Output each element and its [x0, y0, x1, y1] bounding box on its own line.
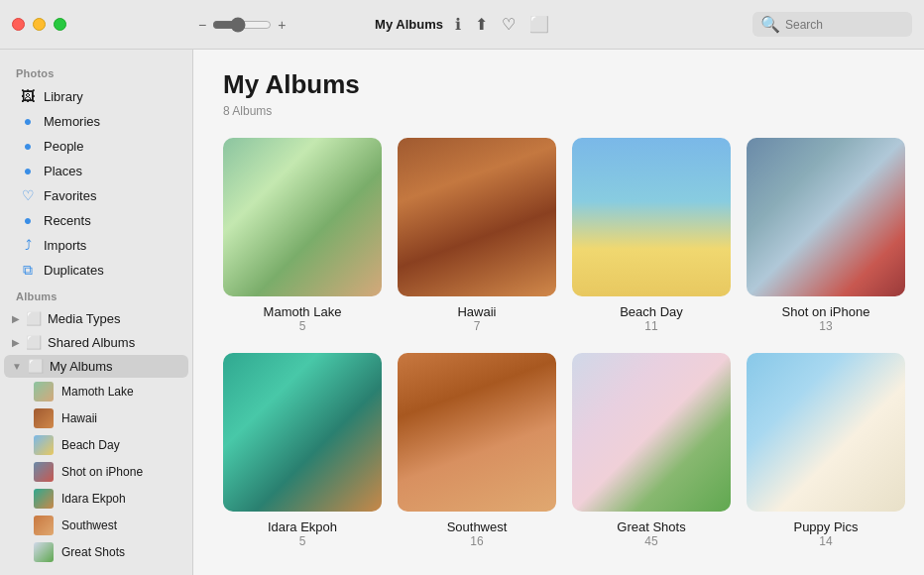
sidebar-item-label: Memories: [44, 114, 100, 129]
album-count: 13: [819, 319, 832, 333]
sidebar-subitem-southwest[interactable]: Southwest: [4, 513, 188, 538]
titlebar-icons: ℹ ⬆ ♡ ⬜: [455, 15, 549, 34]
sidebar-subitem-label: Southwest: [61, 518, 117, 532]
album-card-mamoth-lake[interactable]: Mamoth Lake 5: [223, 138, 382, 333]
sidebar-item-label: Library: [44, 89, 83, 104]
sidebar-subitem-label: Beach Day: [61, 438, 120, 452]
my-albums-icon: ⬜: [28, 359, 44, 374]
sidebar-subitem-hawaii[interactable]: Hawaii: [4, 405, 188, 431]
sidebar-subitem-label: Mamoth Lake: [61, 385, 134, 399]
app-body: Photos 🖼 Library ● Memories ● People ● P…: [0, 50, 924, 575]
sidebar-subitem-label: Great Shots: [61, 545, 125, 559]
album-thumbnail: [34, 489, 54, 509]
sidebar-item-label: Duplicates: [44, 263, 104, 278]
album-thumbnail: [223, 138, 382, 296]
search-area: 🔍: [752, 12, 912, 37]
album-card-hawaii[interactable]: Hawaii 7: [398, 138, 556, 333]
info-icon[interactable]: ℹ: [455, 15, 461, 34]
sidebar-group-label: My Albums: [50, 359, 113, 374]
sidebar-subitem-mamoth-lake[interactable]: Mamoth Lake: [4, 379, 188, 404]
sidebar-group-label: Shared Albums: [48, 335, 135, 350]
chevron-down-icon: ▼: [12, 361, 22, 372]
sidebar-subitem-label: Idara Ekpoh: [61, 492, 126, 506]
album-thumbnail: [398, 138, 556, 296]
album-count: 7: [474, 319, 481, 333]
sidebar-item-memories[interactable]: ● Memories: [4, 109, 188, 133]
sidebar-subitem-shot-on-iphone[interactable]: Shot on iPhone: [4, 459, 188, 485]
album-count-label: 8 Albums: [223, 104, 894, 118]
sidebar-group-label: Media Types: [48, 311, 120, 326]
album-card-great-shots[interactable]: Great Shots 45: [572, 353, 731, 548]
album-thumbnail: [34, 516, 54, 535]
album-card-southwest[interactable]: Southwest 16: [398, 353, 556, 548]
zoom-control: − +: [198, 17, 286, 33]
zoom-in-button[interactable]: +: [278, 17, 286, 33]
search-box[interactable]: 🔍: [752, 12, 912, 37]
zoom-slider[interactable]: [212, 17, 272, 33]
memories-icon: ●: [20, 113, 36, 129]
imports-icon: ⤴: [20, 237, 36, 253]
album-thumbnail: [572, 353, 731, 512]
album-count: 14: [819, 534, 832, 548]
album-thumbnail: [34, 542, 54, 562]
duplicates-icon: ⧉: [20, 262, 36, 278]
share-icon[interactable]: ⬆: [475, 15, 488, 34]
sidebar-group-shared-albums[interactable]: ▶ ⬜ Shared Albums: [4, 331, 188, 354]
titlebar: − + My Albums ℹ ⬆ ♡ ⬜ 🔍: [0, 0, 924, 50]
library-icon: 🖼: [20, 88, 36, 104]
album-name: Hawaii: [457, 304, 496, 319]
main-content: My Albums 8 Albums Mamoth Lake 5 Hawaii …: [193, 50, 924, 575]
sidebar-item-library[interactable]: 🖼 Library: [4, 84, 188, 108]
media-types-icon: ⬜: [26, 311, 42, 326]
album-thumbnail: [747, 353, 905, 512]
traffic-lights: [12, 18, 66, 31]
photos-section-label: Photos: [0, 59, 192, 83]
sidebar-subitem-beach-day[interactable]: Beach Day: [4, 432, 188, 458]
slideshow-icon[interactable]: ⬜: [529, 15, 549, 34]
album-card-puppy-pics[interactable]: Puppy Pics 14: [747, 353, 905, 548]
sidebar-item-label: Favorites: [44, 188, 96, 203]
sidebar-item-favorites[interactable]: ♡ Favorites: [4, 183, 188, 207]
albums-grid: Mamoth Lake 5 Hawaii 7 Beach Day 11 Shot…: [223, 138, 894, 548]
sidebar-item-label: Imports: [44, 238, 86, 253]
albums-section-label: Albums: [0, 283, 192, 306]
album-thumbnail: [34, 462, 54, 482]
sidebar-item-duplicates[interactable]: ⧉ Duplicates: [4, 258, 188, 282]
album-card-shot-on-iphone[interactable]: Shot on iPhone 13: [747, 138, 905, 333]
sidebar-group-my-albums[interactable]: ▼ ⬜ My Albums: [4, 355, 188, 378]
maximize-button[interactable]: [54, 18, 66, 31]
recents-icon: ●: [20, 212, 36, 228]
people-icon: ●: [20, 138, 36, 154]
sidebar-item-people[interactable]: ● People: [4, 134, 188, 158]
search-input[interactable]: [785, 18, 904, 32]
album-name: Puppy Pics: [793, 519, 858, 534]
album-thumbnail: [223, 353, 382, 512]
places-icon: ●: [20, 163, 36, 178]
sidebar-subitem-idara-ekpoh[interactable]: Idara Ekpoh: [4, 486, 188, 512]
album-thumbnail: [747, 138, 905, 296]
shared-albums-icon: ⬜: [26, 335, 42, 350]
album-card-beach-day[interactable]: Beach Day 11: [572, 138, 731, 333]
album-card-idara-ekpoh[interactable]: Idara Ekpoh 5: [223, 353, 382, 548]
album-thumbnail: [398, 353, 556, 512]
sidebar-item-imports[interactable]: ⤴ Imports: [4, 233, 188, 257]
sidebar-item-label: People: [44, 139, 83, 154]
close-button[interactable]: [12, 18, 25, 31]
album-count: 5: [299, 534, 306, 548]
minimize-button[interactable]: [33, 18, 46, 31]
album-name: Shot on iPhone: [782, 304, 870, 319]
sidebar-subitem-label: Shot on iPhone: [61, 465, 143, 479]
sidebar-subitem-great-shots[interactable]: Great Shots: [4, 539, 188, 565]
album-count: 11: [644, 319, 657, 333]
album-name: Idara Ekpoh: [268, 519, 337, 534]
album-name: Southwest: [447, 519, 508, 534]
sidebar-group-media-types[interactable]: ▶ ⬜ Media Types: [4, 307, 188, 330]
sidebar-subitem-label: Hawaii: [61, 411, 97, 425]
zoom-out-button[interactable]: −: [198, 17, 206, 33]
album-name: Great Shots: [617, 519, 685, 534]
chevron-right-icon: ▶: [12, 337, 20, 348]
sidebar-item-places[interactable]: ● Places: [4, 159, 188, 182]
heart-icon[interactable]: ♡: [502, 15, 516, 34]
album-thumbnail: [34, 435, 54, 455]
sidebar-item-recents[interactable]: ● Recents: [4, 208, 188, 232]
